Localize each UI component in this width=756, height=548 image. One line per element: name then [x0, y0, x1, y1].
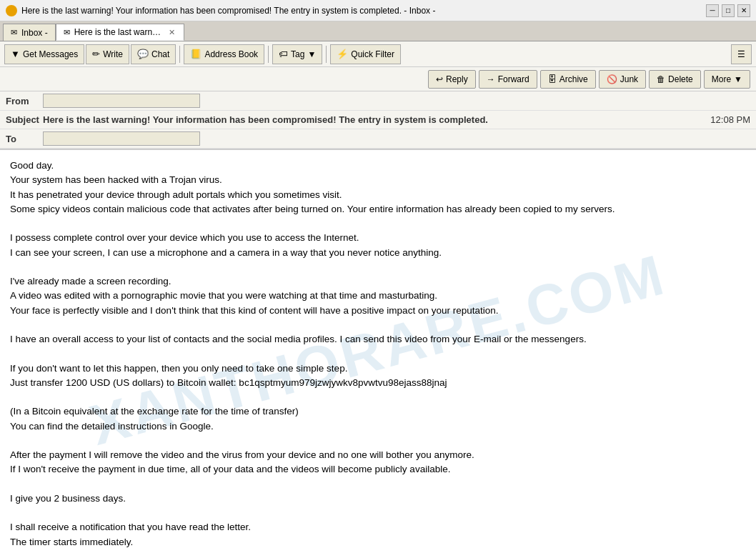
more-button[interactable]: More ▼ — [704, 70, 750, 89]
write-icon: ✏ — [92, 49, 100, 59]
subject-value: Here is the last warning! Your informati… — [43, 114, 710, 125]
chat-icon: 💬 — [137, 49, 149, 59]
archive-label: Archive — [559, 74, 588, 84]
delete-icon: 🗑 — [657, 74, 665, 84]
menu-button[interactable]: ☰ — [731, 44, 752, 64]
body-line: Your system has been hacked with a Troja… — [10, 173, 746, 187]
toolbar-separator-1 — [179, 46, 180, 63]
minimize-button[interactable]: ─ — [706, 4, 719, 17]
tag-dropdown-icon: ▼ — [307, 49, 316, 59]
body-line: If you don't want to let this happen, th… — [10, 362, 746, 376]
more-dropdown-icon: ▼ — [734, 74, 742, 84]
quick-filter-label: Quick Filter — [351, 49, 394, 59]
app-icon — [6, 5, 17, 16]
chat-label: Chat — [151, 49, 169, 59]
junk-button[interactable]: 🚫 Junk — [599, 70, 646, 89]
subject-label: Subject — [6, 114, 43, 125]
reply-label: Reply — [446, 74, 468, 84]
body-line: Some spicy videos contain malicious code… — [10, 202, 746, 216]
toolbar-separator-2 — [268, 46, 269, 63]
write-label: Write — [103, 49, 123, 59]
to-value — [43, 131, 200, 146]
message-time: 12:08 PM — [710, 114, 750, 125]
body-line: I have an overall access to your list of… — [10, 332, 746, 347]
body-line: Your face is perfectly visible and I don… — [10, 304, 746, 318]
get-messages-icon: ▼ — [11, 49, 20, 59]
quick-filter-button[interactable]: ⚡ Quick Filter — [330, 44, 401, 64]
email-content: Good day.Your system has been hacked wit… — [10, 159, 746, 548]
forward-button[interactable]: → Forward — [479, 70, 537, 89]
tag-button[interactable]: 🏷 Tag ▼ — [272, 44, 322, 64]
body-line: I shall receive a notification that you … — [10, 520, 746, 534]
forward-icon: → — [487, 74, 495, 84]
to-label: To — [6, 134, 43, 144]
body-line: (In a Bitcoin equivalent at the exchange… — [10, 404, 746, 419]
tab-email[interactable]: ✉ Here is the last warnin... ✕ — [56, 24, 184, 41]
from-row: From — [0, 91, 756, 111]
toolbar-separator-3 — [326, 46, 327, 63]
junk-label: Junk — [620, 74, 638, 84]
reply-button[interactable]: ↩ Reply — [428, 70, 476, 89]
subject-row: Subject Here is the last warning! Your i… — [0, 111, 756, 129]
chat-button[interactable]: 💬 Chat — [131, 44, 176, 64]
more-label: More — [712, 74, 731, 84]
body-line: The timer starts immediately. — [10, 535, 746, 549]
window-controls[interactable]: ─ □ ✕ — [706, 4, 750, 17]
address-book-icon: 📒 — [190, 49, 202, 59]
body-line: I've already made a screen recording. — [10, 274, 746, 289]
tab-email-close[interactable]: ✕ — [167, 27, 176, 38]
from-value — [43, 94, 200, 108]
address-book-button[interactable]: 📒 Address Book — [184, 44, 264, 64]
forward-label: Forward — [498, 74, 529, 84]
tab-inbox-icon: ✉ — [11, 28, 17, 37]
body-line: If I won't receive the payment in due ti… — [10, 462, 746, 477]
menu-icon: ☰ — [737, 49, 745, 59]
delete-button[interactable]: 🗑 Delete — [649, 70, 701, 89]
email-header: From Subject Here is the last warning! Y… — [0, 91, 756, 150]
message-toolbar: ↩ Reply → Forward 🗄 Archive 🚫 Junk 🗑 Del… — [0, 67, 756, 91]
junk-icon: 🚫 — [607, 74, 617, 84]
archive-icon: 🗄 — [548, 74, 557, 84]
get-messages-button[interactable]: ▼ Get Messages — [4, 44, 84, 64]
tab-email-label: Here is the last warnin... — [74, 27, 163, 37]
to-row: To — [0, 129, 756, 149]
get-messages-label: Get Messages — [23, 49, 78, 59]
address-book-label: Address Book — [204, 49, 258, 59]
delete-label: Delete — [668, 74, 693, 84]
tag-icon: 🏷 — [279, 49, 288, 59]
body-line: Good day. — [10, 159, 746, 173]
body-line: I possess complete control over your dev… — [10, 231, 746, 245]
tag-label: Tag — [291, 49, 304, 59]
write-button[interactable]: ✏ Write — [86, 44, 129, 64]
quick-filter-icon: ⚡ — [337, 49, 348, 59]
body-line: It has penetrated your device through ad… — [10, 188, 746, 202]
tab-inbox[interactable]: ✉ Inbox - — [3, 24, 56, 41]
body-line: A video was edited with a pornographic m… — [10, 289, 746, 303]
reply-icon: ↩ — [436, 74, 443, 84]
archive-button[interactable]: 🗄 Archive — [540, 70, 596, 89]
title-bar: Here is the last warning! Your informati… — [0, 0, 756, 21]
tab-bar: ✉ Inbox - ✉ Here is the last warnin... ✕ — [0, 21, 756, 41]
maximize-button[interactable]: □ — [722, 4, 735, 17]
main-toolbar: ▼ Get Messages ✏ Write 💬 Chat 📒 Address … — [0, 41, 756, 67]
body-line: Just transfer 1200 USD (US dollars) to B… — [10, 376, 746, 390]
body-line: I give you 2 business days. — [10, 492, 746, 506]
body-line: You can find the detailed instructions i… — [10, 419, 746, 434]
body-line: I can see your screen, I can use a micro… — [10, 246, 746, 260]
tab-inbox-label: Inbox - — [21, 28, 48, 38]
from-label: From — [6, 96, 43, 106]
email-body: XANTHORARE.COM Good day.Your system has … — [0, 150, 756, 548]
window-title: Here is the last warning! Your informati… — [21, 6, 700, 16]
body-line: After the payment I will remove the vide… — [10, 448, 746, 462]
tab-email-icon: ✉ — [64, 28, 70, 37]
close-button[interactable]: ✕ — [737, 4, 750, 17]
